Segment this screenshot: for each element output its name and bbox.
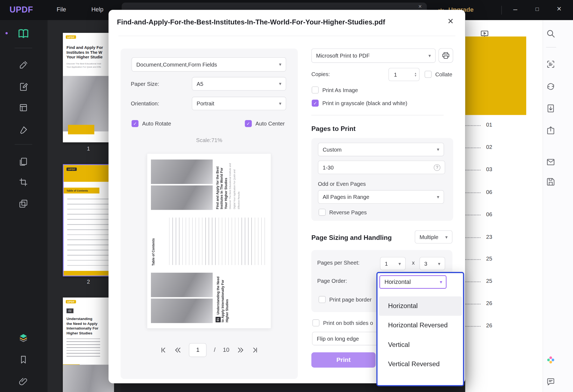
print-both-sides-checkbox[interactable]: Print on both sides o bbox=[312, 319, 373, 327]
chat-icon[interactable] bbox=[546, 377, 556, 387]
odd-even-select[interactable]: All Pages in Range ▾ bbox=[318, 190, 444, 204]
page-sizing-heading: Page Sizing and Handling bbox=[311, 234, 392, 242]
titlebar-divider bbox=[501, 6, 502, 15]
preview-toc-lines bbox=[169, 218, 266, 265]
auto-center-checkbox[interactable]: ✓ Auto Center bbox=[245, 120, 285, 127]
print-page-border-checkbox[interactable]: Print page border bbox=[319, 296, 372, 303]
minimize-button[interactable]: – bbox=[509, 5, 522, 14]
dialog-close-icon[interactable]: × bbox=[445, 16, 456, 27]
thumb3-text-lines bbox=[67, 338, 100, 359]
chevron-down-icon: ▾ bbox=[440, 279, 442, 285]
page-order-option-vertical-reversed[interactable]: Vertical Reversed bbox=[379, 355, 462, 374]
reverse-pages-checkbox[interactable]: Reverse Pages bbox=[319, 209, 367, 216]
chevron-down-icon: ▾ bbox=[398, 261, 401, 266]
ocr-icon[interactable] bbox=[546, 59, 556, 69]
edit-tool-icon[interactable] bbox=[19, 82, 28, 92]
paper-size-label: Paper Size: bbox=[131, 81, 159, 87]
pages-to-print-heading: Pages to Print bbox=[311, 125, 356, 133]
print-button[interactable]: Print bbox=[311, 352, 376, 368]
page-order-option-horizontal-reversed[interactable]: Horizontal Reversed bbox=[379, 316, 462, 335]
crop-tool-icon[interactable] bbox=[19, 177, 28, 187]
toc-row: 26 bbox=[465, 299, 492, 306]
bookmark-icon[interactable] bbox=[19, 355, 28, 364]
extract-pages-icon[interactable] bbox=[546, 104, 556, 113]
toc-row: 06 bbox=[465, 188, 492, 195]
first-page-icon[interactable] bbox=[160, 346, 167, 354]
sheet-cols-select[interactable]: 1 ▾ bbox=[380, 257, 406, 270]
page-order-dropdown: Horizontal ▾ Horizontal Horizontal Rever… bbox=[376, 272, 464, 386]
sheet-rows-select[interactable]: 3 ▾ bbox=[420, 257, 445, 270]
grayscale-checkbox[interactable]: ✓ Print in grayscale (black and white) bbox=[312, 100, 407, 107]
mail-icon[interactable] bbox=[546, 157, 556, 167]
toc-dots bbox=[465, 192, 481, 193]
page-range-input[interactable]: 1-30 ? bbox=[318, 161, 445, 174]
toc-dots bbox=[465, 326, 481, 327]
layers-icon[interactable] bbox=[19, 333, 28, 343]
window-close-button[interactable]: × bbox=[553, 4, 566, 14]
toolbar-divider bbox=[15, 48, 32, 48]
printer-select[interactable]: Microsoft Print to PDF ▾ bbox=[311, 49, 436, 63]
sizing-mode-select[interactable]: Multiple ▾ bbox=[415, 230, 452, 243]
previous-page-icon[interactable] bbox=[174, 346, 182, 354]
page-order-option-vertical[interactable]: Vertical bbox=[379, 335, 462, 355]
organize-pages-tool-icon[interactable] bbox=[19, 103, 28, 112]
help-icon[interactable]: ? bbox=[434, 164, 440, 171]
convert-icon[interactable] bbox=[546, 82, 556, 91]
auto-rotate-checkbox[interactable]: ✓ Auto Rotate bbox=[132, 120, 171, 127]
reader-mode-icon[interactable] bbox=[17, 27, 30, 40]
preview-sheet-page-1: Find and Apply for the Best Institutes I… bbox=[151, 157, 268, 212]
page-range-mode-select[interactable]: Custom ▾ bbox=[318, 143, 444, 156]
page-total: 10 bbox=[223, 347, 229, 353]
tab-close-icon[interactable]: × bbox=[418, 3, 422, 10]
page-order-select[interactable]: Horizontal ▾ bbox=[379, 275, 447, 289]
thumb2-ribbon: Table of Contents bbox=[64, 188, 100, 194]
thumb-brand-logo: UPDF bbox=[66, 300, 76, 303]
maximize-button[interactable]: □ bbox=[531, 6, 544, 12]
page-thumbnail-2[interactable]: UPDF Table of Contents bbox=[63, 164, 114, 277]
save-icon[interactable] bbox=[546, 177, 556, 187]
content-select[interactable]: Document,Comment,Form Fields ▾ bbox=[132, 57, 286, 71]
thumb2-text-lines bbox=[67, 199, 110, 266]
pages-to-print-panel: Custom ▾ 1-30 ? Odd or Even Pages All Pa… bbox=[311, 138, 453, 221]
page-tools-icon[interactable] bbox=[19, 157, 28, 167]
copies-stepper[interactable]: 1 ▴ ▾ bbox=[388, 68, 419, 81]
thumb3-section-badge: 01 bbox=[67, 308, 73, 313]
comment-tool-icon[interactable] bbox=[19, 60, 28, 70]
chevron-down-icon: ▾ bbox=[429, 53, 431, 58]
toc-row: 06 bbox=[465, 210, 492, 217]
thumb1-title: Find and Apply For Institutes In The W Y… bbox=[67, 45, 103, 60]
printer-properties-button[interactable] bbox=[439, 48, 453, 63]
help-menu[interactable]: Help bbox=[91, 6, 103, 13]
share-icon[interactable] bbox=[546, 126, 556, 135]
thumb3-photo bbox=[63, 365, 114, 392]
toolbar-divider bbox=[546, 47, 556, 47]
page-thumbnail-1[interactable]: UPDF Find and Apply For Institutes In Th… bbox=[63, 33, 114, 142]
sheet-multiply-label: x bbox=[409, 259, 417, 266]
page-order-option-horizontal[interactable]: Horizontal bbox=[379, 296, 462, 316]
orientation-select[interactable]: Portrait ▾ bbox=[192, 97, 286, 110]
thumb2-footer-band bbox=[64, 271, 113, 275]
sign-tool-icon[interactable] bbox=[19, 125, 28, 135]
print-as-image-checkbox[interactable]: Print As Image bbox=[312, 86, 358, 93]
stamp-tool-icon[interactable] bbox=[19, 199, 28, 208]
thumb-brand-logo: UPDF bbox=[66, 35, 76, 39]
toc-row: 01 bbox=[465, 120, 492, 128]
next-page-icon[interactable] bbox=[237, 346, 244, 354]
attachment-icon[interactable] bbox=[19, 377, 28, 386]
collate-checkbox[interactable]: Collate bbox=[425, 71, 452, 78]
chevron-down-icon: ▾ bbox=[279, 81, 281, 86]
ai-assistant-icon[interactable] bbox=[546, 355, 556, 365]
paper-size-select[interactable]: A5 ▾ bbox=[192, 77, 286, 91]
search-icon[interactable] bbox=[546, 29, 556, 38]
toc-row: 02 bbox=[465, 143, 492, 150]
stepper-arrows[interactable]: ▴ ▾ bbox=[415, 72, 416, 77]
toc-row: 26 bbox=[465, 321, 492, 329]
preview-toc-title: Table of Contents bbox=[151, 214, 166, 269]
file-menu[interactable]: File bbox=[57, 6, 66, 13]
toc-row: 25 bbox=[465, 255, 492, 262]
last-page-icon[interactable] bbox=[251, 346, 259, 354]
page-thumbnail-3[interactable]: UPDF 01 Understanding the Need to Apply … bbox=[63, 297, 114, 392]
page-order-label: Page Order: bbox=[317, 278, 347, 284]
current-page-input[interactable]: 1 bbox=[189, 343, 207, 357]
chevron-down-icon: ▾ bbox=[445, 234, 448, 239]
